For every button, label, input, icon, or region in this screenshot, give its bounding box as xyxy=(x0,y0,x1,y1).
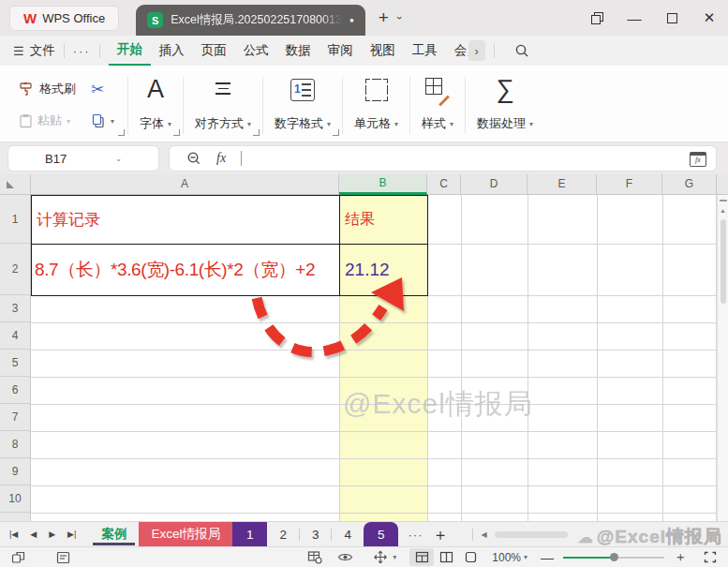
maximize-button[interactable] xyxy=(653,0,691,36)
close-button[interactable]: ✕ xyxy=(691,0,728,36)
document-tab[interactable]: S Excel情报局.2025022517080013 ● xyxy=(136,5,365,36)
prev-sheet-button[interactable]: ◀ xyxy=(30,530,37,539)
workspace-windows-button[interactable] xyxy=(578,0,616,36)
column-header-e[interactable]: E xyxy=(527,174,597,195)
zoom-chevron-icon[interactable]: ▾ xyxy=(524,553,527,561)
page-break-view-button[interactable] xyxy=(434,548,458,566)
chevron-down-icon[interactable]: ▾ xyxy=(393,553,396,561)
minimize-button[interactable]: — xyxy=(616,0,653,36)
reading-layout-icon[interactable] xyxy=(52,548,73,567)
row-header-9[interactable]: 9 xyxy=(0,458,30,485)
hamburger-icon: ☰ xyxy=(13,44,24,58)
alignment-dialog-launcher-icon[interactable] xyxy=(253,129,260,136)
row-header-10[interactable]: 10 xyxy=(0,485,30,513)
data-processing-group[interactable]: ∑ 数据处理▾ xyxy=(466,73,544,138)
sheet-tab-5[interactable]: 5 xyxy=(364,522,399,546)
cut-button[interactable]: ✂ xyxy=(91,80,114,99)
new-document-button[interactable]: + xyxy=(379,7,389,28)
tab-data[interactable]: 数据 xyxy=(277,37,319,65)
split-handle-icon[interactable] xyxy=(720,200,727,201)
cell-a2[interactable]: 8.7（长）*3.6(宽)-6.1(长)*2（宽）+2 xyxy=(31,244,340,296)
row-header-8[interactable]: 8 xyxy=(0,431,30,458)
sheet-tab-4[interactable]: 4 xyxy=(332,522,364,546)
row-header-3[interactable]: 3 xyxy=(0,295,30,322)
paste-button[interactable]: 粘贴 ▾ xyxy=(19,112,76,129)
tab-review[interactable]: 审阅 xyxy=(319,37,362,65)
sheet-tab-1[interactable]: 1 xyxy=(232,522,268,546)
zoom-slider-thumb[interactable] xyxy=(610,553,618,561)
horizontal-scroll-thumb[interactable] xyxy=(495,531,568,538)
table-settings-icon[interactable] xyxy=(305,548,325,567)
format-painter-button[interactable]: 格式刷 xyxy=(19,81,76,97)
column-header-g[interactable]: G xyxy=(662,174,717,195)
row-header-1[interactable]: 1 xyxy=(0,195,30,244)
vertical-scroll-thumb[interactable] xyxy=(721,219,726,304)
more-sheets-button[interactable]: ··· xyxy=(408,528,423,542)
select-all-corner[interactable] xyxy=(0,174,31,195)
tab-formulas[interactable]: 公式 xyxy=(235,37,277,65)
row-header-4[interactable]: 4 xyxy=(0,322,30,350)
zoom-slider[interactable] xyxy=(563,548,664,566)
column-header-c[interactable]: C xyxy=(427,174,461,195)
tab-insert[interactable]: 插入 xyxy=(151,37,193,65)
sheet-tab-3[interactable]: 3 xyxy=(300,522,332,546)
macro-record-icon[interactable] xyxy=(7,548,28,567)
cell-b1[interactable]: 结果 xyxy=(339,195,428,245)
cell-a1[interactable]: 计算记录 xyxy=(31,195,340,245)
formula-input[interactable]: fx fx xyxy=(169,145,717,172)
scroll-up-icon[interactable]: ▲ xyxy=(718,207,728,214)
wps-home-button[interactable]: W WPS Office xyxy=(9,6,119,31)
divider xyxy=(99,44,100,58)
zoom-out-search-icon[interactable] xyxy=(186,151,201,166)
last-sheet-button[interactable]: ▶| xyxy=(67,530,76,539)
column-header-b[interactable]: B xyxy=(339,174,427,195)
cell-b2[interactable]: 21.12 xyxy=(339,244,428,296)
fullscreen-icon[interactable] xyxy=(700,548,721,567)
next-sheet-button[interactable]: ▶ xyxy=(49,530,55,539)
quick-access-more-button[interactable]: ··· xyxy=(73,44,91,58)
eye-icon[interactable] xyxy=(334,548,355,567)
sheet-tab-2[interactable]: 2 xyxy=(267,522,299,546)
styles-group[interactable]: 样式▾ xyxy=(410,73,465,138)
name-box[interactable]: B17 ⌄ xyxy=(7,145,159,172)
hscroll-left-icon[interactable]: ◀ xyxy=(481,530,486,539)
menu-file[interactable]: 文件 xyxy=(30,42,55,59)
menu-overflow-button[interactable]: › xyxy=(468,40,485,61)
sheet-tab-excel-intel[interactable]: Excel情报局 xyxy=(139,522,232,546)
page-layout-view-button[interactable] xyxy=(458,548,483,566)
cells-group[interactable]: 单元格▾ xyxy=(343,73,409,138)
clipboard-dialog-launcher-icon[interactable] xyxy=(118,129,125,136)
pan-mode-icon[interactable] xyxy=(370,548,391,567)
tab-tools[interactable]: 工具 xyxy=(404,37,446,65)
row-header-7[interactable]: 7 xyxy=(0,404,30,431)
zoom-level[interactable]: 100% xyxy=(492,551,521,564)
row-header-2[interactable]: 2 xyxy=(0,244,30,295)
formula-panel-toggle-icon[interactable]: fx xyxy=(690,152,706,167)
zoom-out-button[interactable]: — xyxy=(537,550,557,565)
cells-canvas[interactable]: 计算记录 结果 8.7（长）*3.6(宽)-6.1(长)*2（宽）+2 21.1… xyxy=(31,195,717,521)
row-header-6[interactable]: 6 xyxy=(0,377,30,404)
sheet-tab-case[interactable]: 案例 xyxy=(89,522,139,546)
tab-view[interactable]: 视图 xyxy=(362,37,404,65)
add-sheet-button[interactable]: ＋ xyxy=(432,524,448,545)
column-header-f[interactable]: F xyxy=(597,174,662,195)
tab-list-chevron-icon[interactable]: › xyxy=(394,16,406,20)
tab-page[interactable]: 页面 xyxy=(193,37,235,65)
search-icon[interactable] xyxy=(514,43,529,58)
number-format-group[interactable]: 1 数字格式▾ xyxy=(263,73,342,138)
font-group[interactable]: A 字体▾ xyxy=(128,73,183,138)
first-sheet-button[interactable]: |◀ xyxy=(9,530,18,539)
vertical-scrollbar[interactable]: ▲ xyxy=(717,195,728,521)
alignment-group[interactable]: 对齐方式▾ xyxy=(184,73,262,138)
insert-function-icon[interactable]: fx xyxy=(216,151,226,166)
tab-home[interactable]: 开始 xyxy=(109,36,151,67)
column-header-a[interactable]: A xyxy=(31,174,339,195)
zoom-in-button[interactable]: ＋ xyxy=(670,549,691,566)
cells-icon xyxy=(365,79,388,101)
normal-view-button[interactable] xyxy=(409,548,434,566)
row-header-5[interactable]: 5 xyxy=(0,350,30,377)
column-header-d[interactable]: D xyxy=(461,174,527,195)
number-format-dialog-launcher-icon[interactable] xyxy=(333,129,339,136)
font-dialog-launcher-icon[interactable] xyxy=(173,129,180,136)
copy-button[interactable]: ▾ xyxy=(91,113,114,128)
